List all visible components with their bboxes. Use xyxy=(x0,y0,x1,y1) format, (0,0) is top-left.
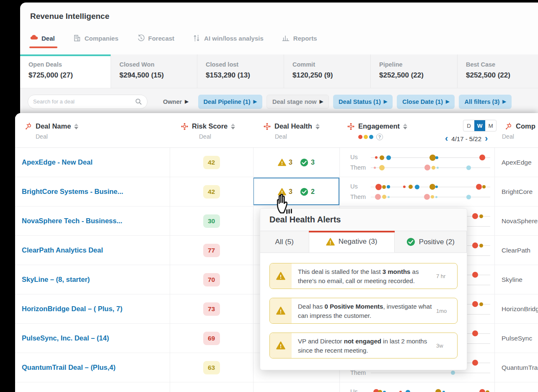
filter-label: Deal Pipeline (1) xyxy=(204,98,251,105)
nav-tab-label: Companies xyxy=(85,35,119,42)
company-cell: ApexEdge xyxy=(494,148,538,177)
summary-card-value: $120,250 (9) xyxy=(292,71,370,80)
deal-name-link[interactable]: QuantumTrail Deal – (Plus,4) xyxy=(22,353,116,382)
chevron-right-icon[interactable]: › xyxy=(485,134,488,143)
summary-card-label: Closed Won xyxy=(119,61,197,68)
engagement-dot xyxy=(383,391,386,392)
popup-tab-negative-3-[interactable]: Negative (3) xyxy=(309,231,395,253)
nav-tab-reports[interactable]: Reports xyxy=(282,34,317,42)
nav-tab-label: AI win/loss analysis xyxy=(204,35,264,42)
sort-engagement[interactable] xyxy=(403,124,407,129)
filter-deal-status-1-[interactable]: Deal Status (1)▶ xyxy=(333,95,393,109)
filter-label: All filters (3) xyxy=(464,98,499,105)
active-tab-indicator xyxy=(309,231,395,232)
summary-cards: Open Deals $725,000 (27)Closed Won $294,… xyxy=(20,54,538,88)
summary-card-closed-lost[interactable]: Closed lost $153,290 (13) xyxy=(197,54,284,88)
help-icon[interactable]: ? xyxy=(376,134,383,140)
caret-right-icon: ▶ xyxy=(502,99,506,104)
alert-card[interactable]: Deal has 0 Positive Moments, investigate… xyxy=(269,298,458,324)
deal-name-link[interactable]: ClearPath Analytics Deal xyxy=(22,236,103,265)
positive-alerts-count[interactable]: 3 xyxy=(300,158,315,167)
summary-card-closed-won[interactable]: Closed Won $294,500 (15) xyxy=(111,54,197,88)
deal-health-cell[interactable]: 3 3 xyxy=(253,148,339,177)
filter-deal-pipeline-1-[interactable]: Deal Pipeline (1)▶ xyxy=(198,95,262,109)
alert-age: 1mo xyxy=(436,298,457,323)
sort-deal-name[interactable] xyxy=(74,124,78,129)
engagement-dot xyxy=(482,185,486,188)
engagement-us-label: Us xyxy=(350,388,358,392)
engagement-dot xyxy=(409,185,413,189)
popup-tab-positive-2-[interactable]: Positive (2) xyxy=(395,231,467,253)
engagement-dot xyxy=(387,185,390,188)
selected-cell-outline xyxy=(253,178,339,205)
risk-score-badge: 42 xyxy=(203,185,220,199)
deal-name-link[interactable]: HorizonBridge Deal – ( Plus, 7) xyxy=(22,294,122,323)
nav-tab-companies[interactable]: Companies xyxy=(73,34,119,42)
summary-card-commit[interactable]: Commit $120,250 (9) xyxy=(284,54,371,88)
nav-tab-deal[interactable]: Deal xyxy=(30,34,55,42)
summary-card-best-case[interactable]: Best Case $252,500 (22) xyxy=(458,54,538,88)
sort-deal-health[interactable] xyxy=(316,124,320,129)
period-option-w[interactable]: W xyxy=(474,120,485,131)
summary-card-pipeline[interactable]: Pipeline $252,500 (22) xyxy=(371,54,458,88)
column-title-deal-name: Deal Name xyxy=(36,122,71,130)
period-option-m[interactable]: M xyxy=(485,120,496,131)
popup-tab-label: Positive (2) xyxy=(419,238,455,246)
deal-name-link[interactable]: ApexEdge - New Deal xyxy=(22,148,93,177)
popup-tab-all-5-[interactable]: All (5) xyxy=(260,231,309,253)
alert-text: VP and Director not engaged in last 2 mo… xyxy=(292,333,436,358)
filter-bar: Owner▶Deal Pipeline (1)▶Deal stage now▶D… xyxy=(20,88,538,115)
summary-card-value: $252,500 (22) xyxy=(379,71,457,80)
popup-title: Deal Health Alerts xyxy=(269,215,341,224)
engagement-cell: Us Them xyxy=(339,382,494,392)
summary-card-value: $294,500 (15) xyxy=(119,71,197,80)
filter-deal-stage-now[interactable]: Deal stage now▶ xyxy=(266,95,329,109)
engagement-dot xyxy=(388,196,390,198)
caret-right-icon: ▶ xyxy=(446,99,449,104)
deal-name-link[interactable]: PulseSync, Inc. Deal – (14) xyxy=(22,324,109,353)
company-cell: QuantumTrail xyxy=(494,353,538,382)
period-toggle[interactable]: DWM xyxy=(463,120,497,132)
alert-card[interactable]: This deal is stalled for the last 3 mont… xyxy=(269,263,458,289)
engagement-dot xyxy=(403,186,406,188)
search-input[interactable] xyxy=(33,98,135,105)
engagement-dot xyxy=(424,194,430,200)
deals-table: ApexEdge - New Deal42 3 3 Us Them ApexEd… xyxy=(15,113,538,392)
deal-name-link[interactable]: SkyLine – (8, starter) xyxy=(22,265,90,294)
engagement-dot xyxy=(375,156,378,159)
search-box[interactable] xyxy=(28,95,147,109)
engagement-dot xyxy=(378,390,382,392)
engagement-dot xyxy=(479,214,483,218)
date-range-label: 4/17 - 5/22 xyxy=(451,135,481,142)
engagement-dot xyxy=(472,242,478,248)
hubspot-sprocket-icon xyxy=(24,122,32,130)
chevron-left-icon[interactable]: ‹ xyxy=(445,134,448,143)
engagement-dot xyxy=(375,184,382,190)
filter-close-date-1-[interactable]: Close Date (1)▶ xyxy=(397,95,455,109)
table-row: Us Them xyxy=(15,382,538,392)
summary-card-open-deals[interactable]: Open Deals $725,000 (27) xyxy=(20,54,111,88)
negative-alerts-count[interactable]: 3 xyxy=(278,158,292,167)
nav-tab-forecast[interactable]: Forecast xyxy=(137,34,175,42)
risk-score-badge: 77 xyxy=(203,244,220,257)
nav-tab-ai-win-loss-analysis[interactable]: AI win/loss analysis xyxy=(193,34,264,42)
deal-name-link[interactable]: BrightCore Systems - Busine... xyxy=(22,177,123,206)
summary-card-label: Closed lost xyxy=(206,61,284,68)
alert-card[interactable]: VP and Director not engaged in last 2 mo… xyxy=(269,333,458,358)
nav-tab-label: Reports xyxy=(293,35,317,42)
engagement-dot xyxy=(466,165,471,170)
filter-owner[interactable]: Owner▶ xyxy=(158,95,194,109)
engagement-dot xyxy=(424,165,430,170)
sort-risk-score[interactable] xyxy=(231,124,235,129)
summary-card-label: Best Case xyxy=(466,61,538,68)
column-title-engagement: Engagement xyxy=(358,122,400,130)
caret-right-icon: ▶ xyxy=(384,99,387,104)
filter-all-filters-3-[interactable]: All filters (3)▶ xyxy=(459,95,511,109)
period-option-d[interactable]: D xyxy=(463,120,474,131)
engagement-dot xyxy=(429,155,436,161)
deal-health-cell[interactable] xyxy=(253,382,339,392)
deal-name-link[interactable]: NovaSphere Tech - Business... xyxy=(22,206,122,235)
engagement-dot xyxy=(472,301,478,307)
engagement-dot xyxy=(435,156,438,159)
company-cell xyxy=(494,382,538,392)
